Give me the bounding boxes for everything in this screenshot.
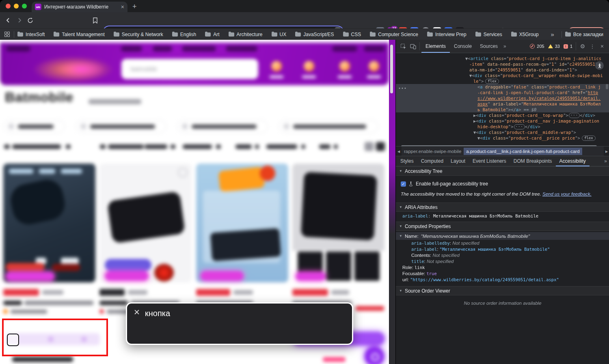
bookmark-item[interactable]: IntexSoft <box>17 32 45 37</box>
tooltip-close-icon[interactable]: ✕ <box>134 308 140 317</box>
chevron-down-icon: ▼ <box>399 224 402 228</box>
devtools-close-icon[interactable]: × <box>597 41 607 51</box>
bookmark-label: Art <box>213 32 219 37</box>
reload-icon[interactable] <box>25 15 35 25</box>
code-line[interactable]: <a draggable="false" class="product-card… <box>396 84 609 112</box>
chevron-down-icon: ▼ <box>399 289 402 293</box>
bookmark-item[interactable]: Services <box>475 32 502 37</box>
tab-sources[interactable]: Sources <box>476 40 502 53</box>
crumb-selected[interactable]: a.product-card__link.j-card-link.j-open-… <box>464 148 582 155</box>
grid-view-icon[interactable] <box>365 142 374 151</box>
add-to-cart-button[interactable] <box>292 332 384 345</box>
product-name <box>292 301 352 305</box>
sort-icon[interactable] <box>4 144 10 149</box>
bookmark-item[interactable]: X5Group <box>511 32 539 37</box>
sort-dropdown[interactable] <box>12 144 61 149</box>
bookmark-item[interactable]: Security & Network <box>114 32 163 37</box>
zoom-window-button[interactable] <box>22 4 27 9</box>
bookmark-item[interactable]: English <box>172 32 196 37</box>
feedback-link[interactable]: Send us your feedback. <box>542 192 592 196</box>
crumb-parent[interactable]: rapper.enable-swipe-mobile <box>402 148 464 155</box>
list-view-icon[interactable] <box>376 142 385 151</box>
subtab-accessibility[interactable]: Accessibility <box>556 156 590 166</box>
subtab-styles[interactable]: Styles <box>397 156 417 166</box>
menu-button[interactable] <box>6 46 30 52</box>
brand-dropdown[interactable] <box>319 144 330 149</box>
tab-elements[interactable]: Elements <box>421 40 450 53</box>
error-count[interactable]: 205 <box>537 44 544 49</box>
minimize-window-button[interactable] <box>14 4 19 9</box>
close-window-button[interactable] <box>6 4 11 9</box>
bookmark-flag-icon[interactable] <box>90 15 100 25</box>
crumbs-left-arrow[interactable]: ◀ <box>396 146 402 156</box>
folder-icon <box>172 32 178 37</box>
new-tab-button[interactable]: + <box>132 2 137 11</box>
browser-tab[interactable]: wb Интернет-магазин Wildberrie × <box>32 2 127 12</box>
bookmark-item[interactable]: CSS <box>343 32 361 37</box>
bookmark-item[interactable]: Art <box>205 32 219 37</box>
more-subtabs-icon[interactable]: » <box>603 158 609 164</box>
subtab-layout[interactable]: Layout <box>447 156 469 166</box>
code-line[interactable]: ▼<article class="product-card j-card-ite… <box>396 56 609 73</box>
folder-icon <box>295 32 301 37</box>
section-computed-properties[interactable]: ▼ Computed Properties <box>396 222 609 231</box>
computed-property-row: Focusable: true <box>396 270 609 276</box>
warning-count[interactable]: 33 <box>555 44 560 49</box>
inspected-checkbox[interactable] <box>7 334 19 346</box>
thumbnail[interactable] <box>326 252 351 281</box>
issue-count[interactable]: 1 <box>570 44 572 49</box>
bookmarks-overflow-icon[interactable]: » <box>546 31 558 38</box>
crumbs-right-arrow[interactable]: ▶ <box>604 146 609 156</box>
orders-icon[interactable] <box>339 61 350 71</box>
back-icon[interactable] <box>3 15 13 25</box>
subtab-dom-breakpoints[interactable]: DOM Breakpoints <box>510 156 556 166</box>
color-dropdown[interactable] <box>235 144 252 149</box>
subtab-computed[interactable]: Computed <box>417 156 447 166</box>
computed-property-row: aria-label: "Металлическая машинка БэтМо… <box>396 246 609 252</box>
tree-moved-note: The accessibility tree moved to the top … <box>396 187 609 196</box>
thumbnail[interactable] <box>354 252 380 281</box>
apps-grid-icon[interactable] <box>3 30 11 39</box>
favorites-icon[interactable] <box>304 61 314 71</box>
bookmark-item[interactable]: Computer Science <box>370 32 418 37</box>
bookmark-item[interactable]: Architecture <box>229 32 263 37</box>
tab-close-icon[interactable]: × <box>121 4 124 10</box>
code-line[interactable]: ▼<div class="product-card__price price">… <box>396 135 609 141</box>
rating-dropdown[interactable] <box>266 144 297 149</box>
computed-name-row[interactable]: ▼ Name: "Металлическая машинка БэтМобиль… <box>396 232 609 240</box>
favorite-icon[interactable] <box>178 168 188 177</box>
folder-icon <box>475 32 481 37</box>
code-line[interactable]: ▶<div class="product-card__top-wrap">···… <box>396 112 609 118</box>
bookmark-item[interactable]: Talent Management <box>54 32 104 37</box>
filter-dropdown[interactable] <box>108 144 144 149</box>
all-bookmarks-button[interactable]: Все закладки <box>565 32 603 37</box>
code-line[interactable]: ▼<div class="product-card__wrapper enabl… <box>396 73 609 84</box>
section-accessibility-tree[interactable]: ▼ Accessibility Tree <box>396 166 609 176</box>
page-scrollbar-thumb[interactable] <box>390 45 393 93</box>
code-line[interactable]: ▶<div class="product-card__nav j-image-p… <box>396 118 609 129</box>
bookmark-item[interactable]: UX <box>272 32 287 37</box>
login-icon[interactable] <box>271 61 282 71</box>
cart-icon[interactable] <box>369 61 379 71</box>
inspect-element-icon[interactable] <box>398 41 408 51</box>
devtools-toolbar: ElementsConsoleSources » 205 33 ! 1 ⚙ ⋮ … <box>396 40 609 53</box>
price-dropdown[interactable] <box>145 144 167 149</box>
more-panels-icon[interactable]: » <box>502 43 508 49</box>
section-aria-attributes[interactable]: ▼ ARIA Attributes <box>396 202 609 212</box>
delivery-dropdown[interactable] <box>183 144 212 149</box>
subtab-event-listeners[interactable]: Event Listeners <box>469 156 510 166</box>
device-toolbar-icon[interactable] <box>408 41 418 51</box>
tree-vertical-scrollbar[interactable] <box>606 84 608 89</box>
tab-console[interactable]: Console <box>450 40 476 53</box>
product-name <box>3 301 22 305</box>
bookmark-item[interactable]: Interview Prep <box>427 32 466 37</box>
code-line[interactable]: ▼<div class="product-card__middle-wrap"> <box>396 129 609 135</box>
fullpage-tree-checkbox[interactable]: ✓ <box>401 181 406 187</box>
accessibility-person-icon[interactable] <box>595 61 604 70</box>
kebab-menu-icon[interactable]: ⋮ <box>587 41 597 51</box>
forward-icon[interactable] <box>15 15 24 25</box>
settings-gear-icon[interactable]: ⚙ <box>578 41 587 51</box>
accessibility-pane: ▼ Accessibility Tree ✓ Enable full-page … <box>396 166 609 364</box>
section-source-order[interactable]: ▼ Source Order Viewer <box>396 286 609 295</box>
bookmark-item[interactable]: JavaScript/ES <box>295 32 334 37</box>
